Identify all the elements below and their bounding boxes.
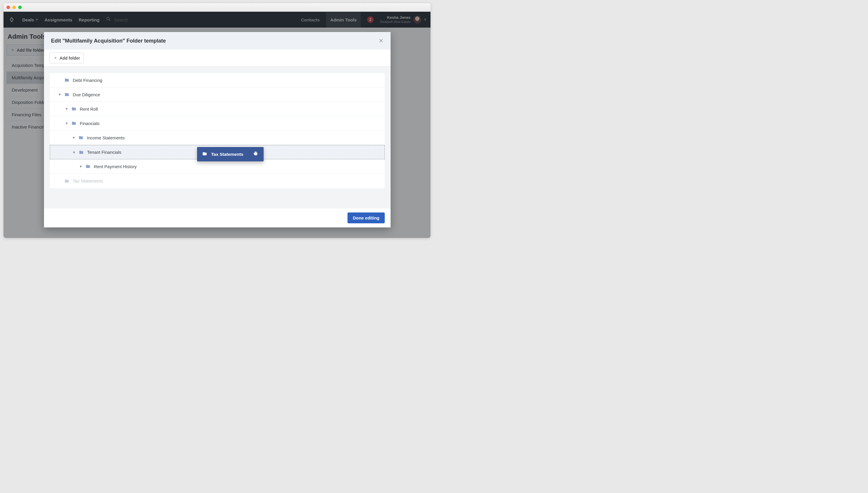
tree-row[interactable]: ▼ Rent Roll: [50, 102, 385, 116]
window-close-icon[interactable]: [6, 5, 10, 9]
folder-icon: [64, 92, 70, 97]
mac-titlebar: [3, 3, 431, 12]
chevron-down-icon[interactable]: ▼: [72, 136, 75, 140]
folder-label: Due Diligence: [73, 92, 100, 97]
modal-toolbar: ＋ Add folder: [44, 49, 391, 67]
chevron-down-icon[interactable]: ▼: [79, 165, 82, 168]
folder-label: Rent Roll: [80, 107, 98, 111]
add-folder-button[interactable]: ＋ Add folder: [49, 52, 84, 63]
folder-icon: [71, 107, 77, 111]
modal-title-prefix: Edit: [51, 38, 63, 44]
edit-folder-template-modal: Edit "Multifamily Acquisition" Folder te…: [44, 32, 391, 228]
folder-label: Financials: [80, 121, 100, 126]
plus-icon: ＋: [53, 55, 58, 61]
tree-row[interactable]: ▼ Financials: [50, 116, 385, 131]
folder-icon: [202, 151, 208, 157]
dragging-folder-label: Tax Statements: [211, 152, 244, 157]
modal-footer: Done editing: [44, 208, 391, 228]
tree-row[interactable]: ▼ Rent Payment History: [50, 159, 385, 174]
folder-icon: [85, 164, 91, 169]
folder-tree: Debt Financing ▼ Due Diligence ▼ Rent Ro…: [50, 73, 385, 188]
chevron-down-icon[interactable]: ▼: [65, 122, 68, 125]
folder-label: Debt Financing: [73, 78, 102, 83]
folder-icon: [71, 121, 77, 126]
modal-title-quote: "Multifamily Acquisition": [63, 38, 125, 44]
folder-icon: [78, 150, 84, 155]
tree-row-ghost[interactable]: Tax Statements: [50, 174, 385, 188]
tree-row[interactable]: ▼ Due Diligence: [50, 87, 385, 102]
folder-label: Tax Statements: [73, 178, 103, 184]
dragging-folder[interactable]: Tax Statements: [197, 147, 264, 162]
folder-icon: [64, 78, 70, 83]
folder-icon: [64, 179, 70, 184]
window-zoom-icon[interactable]: [18, 5, 22, 9]
folder-label: Income Statements: [87, 135, 124, 140]
done-editing-button[interactable]: Done editing: [347, 212, 385, 223]
close-icon[interactable]: ✕: [379, 37, 384, 44]
folder-label: Rent Payment History: [94, 164, 137, 169]
modal-header: Edit "Multifamily Acquisition" Folder te…: [44, 32, 391, 49]
window-minimize-icon[interactable]: [12, 5, 16, 9]
chevron-down-icon[interactable]: ▼: [65, 107, 68, 111]
app-window: Deals ▾ Assignments Reporting Contacts A…: [3, 3, 431, 238]
tree-row[interactable]: Debt Financing: [50, 73, 385, 87]
chevron-down-icon[interactable]: ▼: [58, 93, 61, 96]
chevron-down-icon[interactable]: ▼: [72, 151, 75, 154]
modal-title-suffix: Folder template: [125, 38, 166, 44]
folder-icon: [78, 135, 84, 140]
modal-title: Edit "Multifamily Acquisition" Folder te…: [51, 38, 166, 44]
folder-label: Tenant Financials: [87, 150, 121, 155]
modal-content: Debt Financing ▼ Due Diligence ▼ Rent Ro…: [44, 67, 391, 208]
tree-row[interactable]: ▼ Income Statements: [50, 131, 385, 145]
add-folder-label: Add folder: [60, 56, 80, 61]
